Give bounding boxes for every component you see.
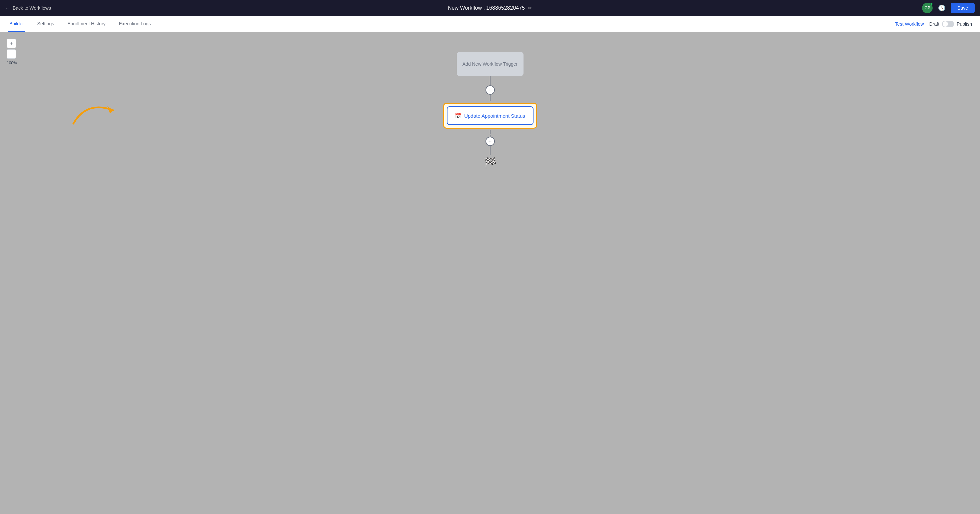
zoom-controls: + − 100% xyxy=(7,39,17,65)
action-node-label: Update Appointment Status xyxy=(464,113,525,119)
connector-line-2 xyxy=(490,146,490,155)
zoom-in-button[interactable]: + xyxy=(7,39,16,48)
tabs-right: Test Workflow Draft Publish xyxy=(895,21,972,27)
tab-enrollment-history[interactable]: Enrollment History xyxy=(66,16,107,32)
svg-marker-0 xyxy=(107,106,113,114)
header: ← Back to Workflows New Workflow : 16886… xyxy=(0,0,980,16)
avatar[interactable]: GP xyxy=(922,3,933,13)
tabs-bar: Builder Settings Enrollment History Exec… xyxy=(0,16,980,32)
toggle-knob xyxy=(943,21,948,27)
draft-publish-toggle[interactable] xyxy=(942,21,954,27)
workflow-title: New Workflow : 1688652820475 xyxy=(448,5,525,11)
draft-label: Draft xyxy=(929,21,939,27)
avatar-initials: GP xyxy=(924,6,930,10)
connector-dashed-1 xyxy=(490,95,490,102)
back-label: Back to Workflows xyxy=(13,5,51,11)
arrow-annotation xyxy=(67,97,120,128)
back-to-workflows[interactable]: ← Back to Workflows xyxy=(5,5,51,11)
tab-builder[interactable]: Builder xyxy=(8,16,25,32)
publish-label: Publish xyxy=(957,21,972,27)
add-step-button-2[interactable]: + xyxy=(485,136,495,146)
connector-line-1 xyxy=(490,76,490,85)
edit-icon[interactable]: ✏ xyxy=(528,5,532,11)
save-button[interactable]: Save xyxy=(951,3,975,13)
trigger-node-label: Add New Workflow Trigger xyxy=(463,61,517,67)
tabs-left: Builder Settings Enrollment History Exec… xyxy=(8,16,152,32)
zoom-out-button[interactable]: − xyxy=(7,49,16,59)
workflow-canvas: + − 100% Add New Workflow Trigger + 📅 Up… xyxy=(0,32,980,514)
clock-icon[interactable]: 🕓 xyxy=(938,4,945,12)
test-workflow-button[interactable]: Test Workflow xyxy=(895,21,924,27)
header-center: New Workflow : 1688652820475 ✏ xyxy=(448,5,532,11)
connector-dashed-2 xyxy=(490,130,490,136)
action-node-wrapper: 📅 Update Appointment Status xyxy=(443,103,537,128)
calendar-icon: 📅 xyxy=(455,113,461,119)
back-arrow-icon: ← xyxy=(5,5,10,11)
tab-execution-logs[interactable]: Execution Logs xyxy=(118,16,153,32)
add-step-button-1[interactable]: + xyxy=(485,85,495,95)
draft-toggle-group: Draft Publish xyxy=(929,21,972,27)
end-flag-icon: 🏁 xyxy=(484,157,497,169)
avatar-online-dot xyxy=(930,3,933,5)
tab-settings[interactable]: Settings xyxy=(36,16,56,32)
curved-arrow-svg xyxy=(67,97,120,127)
header-right: GP 🕓 Save xyxy=(922,3,975,13)
action-node[interactable]: 📅 Update Appointment Status xyxy=(447,106,533,125)
trigger-node[interactable]: Add New Workflow Trigger xyxy=(457,52,523,76)
zoom-level: 100% xyxy=(7,61,17,65)
workflow-area: Add New Workflow Trigger + 📅 Update Appo… xyxy=(0,32,980,514)
